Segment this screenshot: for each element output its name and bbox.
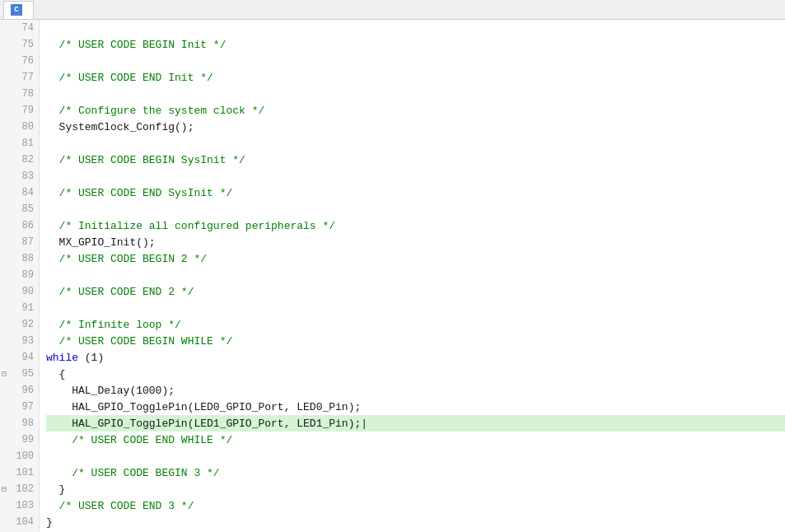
line-number: 94 bbox=[0, 349, 39, 366]
code-line: /* USER CODE BEGIN SysInit */ bbox=[46, 152, 785, 168]
line-number: 75 bbox=[0, 36, 39, 53]
line-number: 97 bbox=[0, 399, 39, 415]
code-comment: /* USER CODE END 2 */ bbox=[46, 286, 194, 298]
line-number: 90 bbox=[0, 283, 39, 300]
line-number: ⊟102 bbox=[0, 481, 39, 497]
code-comment: /* USER CODE BEGIN WHILE */ bbox=[46, 335, 232, 348]
code-line: /* USER CODE BEGIN WHILE */ bbox=[46, 333, 785, 349]
code-line: /* USER CODE BEGIN 2 */ bbox=[46, 250, 785, 267]
code-line bbox=[46, 53, 785, 69]
code-line: { bbox=[46, 366, 785, 382]
collapse-icon[interactable]: ⊟ bbox=[2, 484, 7, 494]
code-comment: /* USER CODE END Init */ bbox=[46, 72, 213, 84]
line-number: 92 bbox=[0, 316, 39, 333]
line-number: 82 bbox=[0, 152, 39, 168]
line-number: 96 bbox=[0, 382, 39, 399]
line-number: 81 bbox=[0, 135, 39, 152]
line-number: 100 bbox=[0, 448, 39, 464]
line-number: 104 bbox=[0, 514, 39, 530]
code-line bbox=[46, 267, 785, 283]
code-comment: /* Initialize all configured peripherals… bbox=[46, 220, 335, 232]
line-number: 103 bbox=[0, 497, 39, 514]
code-comment: /* USER CODE END SysInit */ bbox=[46, 187, 232, 199]
code-line: /* Infinite loop */ bbox=[46, 316, 785, 333]
code-line bbox=[46, 300, 785, 316]
line-number: 78 bbox=[0, 86, 39, 102]
code-line bbox=[46, 448, 785, 464]
line-number: 86 bbox=[0, 217, 39, 234]
editor-container: 7475767778798081828384858687888990919293… bbox=[0, 20, 785, 532]
code-comment: /* Configure the system clock */ bbox=[46, 105, 264, 117]
code-comment: /* USER CODE BEGIN 3 */ bbox=[46, 467, 220, 479]
code-line: HAL_Delay(1000); bbox=[46, 382, 785, 399]
code-line: /* USER CODE END SysInit */ bbox=[46, 184, 785, 201]
code-line: /* USER CODE END 2 */ bbox=[46, 283, 785, 300]
code-comment: /* Infinite loop */ bbox=[46, 319, 181, 331]
tab-icon: C bbox=[11, 4, 22, 16]
code-line: /* Initialize all configured peripherals… bbox=[46, 217, 785, 234]
code-line bbox=[46, 86, 785, 102]
code-keyword: while bbox=[46, 352, 78, 364]
line-number: 91 bbox=[0, 300, 39, 316]
code-comment: /* USER CODE BEGIN SysInit */ bbox=[46, 154, 245, 166]
code-line: /* Configure the system clock */ bbox=[46, 102, 785, 119]
line-number: 93 bbox=[0, 333, 39, 349]
code-line: HAL_GPIO_TogglePin(LED1_GPIO_Port, LED1_… bbox=[46, 415, 785, 432]
code-comment: /* USER CODE END 3 */ bbox=[46, 500, 194, 512]
code-line: /* USER CODE BEGIN 3 */ bbox=[46, 464, 785, 481]
code-comment: /* USER CODE BEGIN Init */ bbox=[46, 39, 226, 51]
line-number: 83 bbox=[0, 168, 39, 184]
code-line: /* USER CODE BEGIN Init */ bbox=[46, 36, 785, 53]
line-number: 80 bbox=[0, 119, 39, 135]
code-line: /* USER CODE END 3 */ bbox=[46, 497, 785, 514]
line-number: 84 bbox=[0, 184, 39, 201]
line-number: 85 bbox=[0, 201, 39, 217]
tab-main-c[interactable]: C bbox=[3, 1, 34, 19]
code-line: } bbox=[46, 481, 785, 497]
line-number: ⊟95 bbox=[0, 366, 39, 382]
code-line: /* USER CODE END Init */ bbox=[46, 69, 785, 86]
code-area[interactable]: /* USER CODE BEGIN Init */ /* USER CODE … bbox=[40, 20, 785, 532]
line-number: 99 bbox=[0, 432, 39, 448]
code-line: /* USER CODE END WHILE */ bbox=[46, 432, 785, 448]
code-line: MX_GPIO_Init(); bbox=[46, 234, 785, 250]
line-number: 89 bbox=[0, 267, 39, 283]
tab-bar: C bbox=[0, 0, 785, 20]
line-number: 74 bbox=[0, 20, 39, 36]
line-number: 88 bbox=[0, 250, 39, 267]
code-line: while (1) bbox=[46, 349, 785, 366]
code-line: } bbox=[46, 514, 785, 530]
code-comment: /* USER CODE BEGIN 2 */ bbox=[46, 253, 207, 265]
collapse-icon[interactable]: ⊟ bbox=[2, 369, 7, 379]
line-number: 101 bbox=[0, 464, 39, 481]
code-comment: /* USER CODE END WHILE */ bbox=[46, 434, 232, 446]
line-number: 79 bbox=[0, 102, 39, 119]
line-numbers: 7475767778798081828384858687888990919293… bbox=[0, 20, 40, 532]
code-line bbox=[46, 168, 785, 184]
line-number: 98 bbox=[0, 415, 39, 432]
line-number: 87 bbox=[0, 234, 39, 250]
code-line: SystemClock_Config(); bbox=[46, 119, 785, 135]
line-number: 76 bbox=[0, 53, 39, 69]
code-line bbox=[46, 201, 785, 217]
line-number: 77 bbox=[0, 69, 39, 86]
code-line bbox=[46, 20, 785, 36]
code-line bbox=[46, 135, 785, 152]
code-line: HAL_GPIO_TogglePin(LED0_GPIO_Port, LED0_… bbox=[46, 399, 785, 415]
